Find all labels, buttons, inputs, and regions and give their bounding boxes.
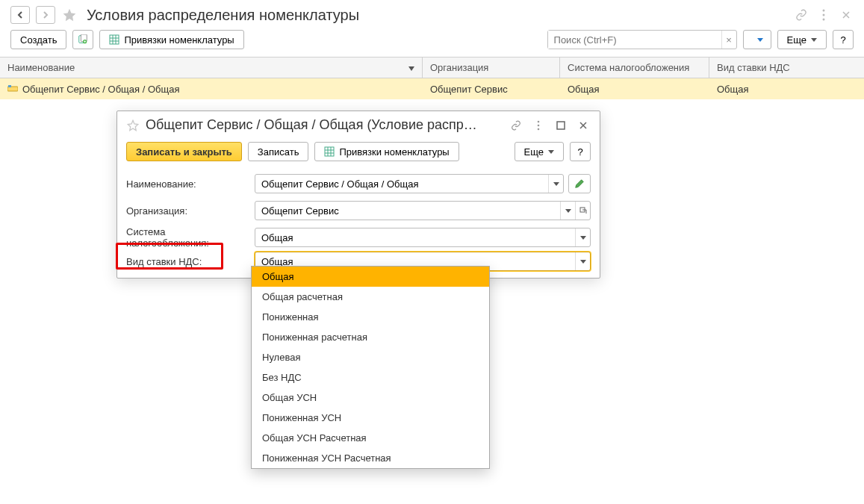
svg-point-15 xyxy=(538,120,540,122)
window-header: Условия распределения номенклатуры xyxy=(0,0,864,30)
chevron-down-icon xyxy=(811,38,817,42)
svg-rect-19 xyxy=(325,147,334,156)
main-toolbar: Создать Привязки номенклатуры × Еще ? xyxy=(0,30,864,57)
org-open-icon[interactable] xyxy=(575,202,590,220)
edit-dialog: Общепит Сервис / Общая / Общая (Условие … xyxy=(116,111,600,279)
dropdown-option[interactable]: Нулевая xyxy=(252,347,489,367)
dropdown-option[interactable]: Общая УСН xyxy=(252,388,489,408)
nav-back-button[interactable] xyxy=(10,6,30,24)
data-table: Наименование Организация Система налогоо… xyxy=(0,57,864,99)
name-edit-button[interactable] xyxy=(568,174,591,193)
create-button[interactable]: Создать xyxy=(10,30,66,49)
favorite-star-icon[interactable] xyxy=(61,7,78,23)
save-close-button[interactable]: Записать и закрыть xyxy=(126,142,242,161)
more-button-label: Еще xyxy=(787,34,806,46)
more-button[interactable]: Еще xyxy=(777,30,827,49)
vat-dropdown: Общая Общая расчетная Пониженная Понижен… xyxy=(251,266,490,469)
sort-down-icon xyxy=(408,62,414,73)
close-icon[interactable] xyxy=(839,7,854,22)
svg-rect-14 xyxy=(8,85,11,87)
tax-input[interactable] xyxy=(255,228,575,246)
dropdown-option[interactable]: Общая расчетная xyxy=(252,287,489,307)
dropdown-option[interactable]: Без НДС xyxy=(252,367,489,388)
search-input-wrap: × xyxy=(547,30,737,49)
dialog-title: Общепит Сервис / Общая / Общая (Условие … xyxy=(146,117,503,133)
dialog-help-button[interactable]: ? xyxy=(570,142,591,161)
table-icon xyxy=(109,34,119,45)
bindings-button[interactable]: Привязки номенклатуры xyxy=(99,30,243,49)
row-item-icon xyxy=(7,85,18,93)
col-name[interactable]: Наименование xyxy=(0,57,423,78)
col-org[interactable]: Организация xyxy=(423,57,560,78)
cell-org: Общепит Сервис xyxy=(423,78,560,99)
label-name: Наименование: xyxy=(126,178,249,190)
svg-rect-18 xyxy=(557,122,565,129)
bindings-button-label: Привязки номенклатуры xyxy=(124,34,234,46)
svg-point-17 xyxy=(538,128,540,130)
table-icon xyxy=(324,146,335,157)
dialog-star-icon[interactable] xyxy=(126,119,140,132)
dropdown-option[interactable]: Пониженная УСН Расчетная xyxy=(252,448,489,468)
dropdown-option[interactable]: Общая xyxy=(252,267,489,287)
chevron-down-icon xyxy=(548,150,554,154)
vat-dropdown-icon[interactable] xyxy=(575,252,590,270)
pencil-icon xyxy=(574,178,585,189)
dropdown-option[interactable]: Общая УСН Расчетная xyxy=(252,428,489,448)
save-button[interactable]: Записать xyxy=(248,142,309,161)
label-vat: Вид ставки НДС: xyxy=(126,256,249,267)
table-row[interactable]: Общепит Сервис / Общая / Общая Общепит С… xyxy=(0,78,864,99)
org-input[interactable] xyxy=(255,202,560,220)
svg-point-2 xyxy=(823,19,825,21)
kebab-menu-icon[interactable] xyxy=(816,7,831,22)
dialog-maximize-icon[interactable] xyxy=(553,118,568,133)
dialog-link-icon[interactable] xyxy=(509,118,523,133)
col-tax[interactable]: Система налогообложения xyxy=(560,57,709,78)
name-dropdown-icon[interactable] xyxy=(548,175,563,193)
copy-button[interactable] xyxy=(72,30,93,49)
table-header: Наименование Организация Система налогоо… xyxy=(0,57,864,78)
page-title: Условия распределения номенклатуры xyxy=(87,7,359,24)
label-tax: Система налогообложения: xyxy=(126,226,249,249)
dialog-close-icon[interactable] xyxy=(576,118,591,133)
nav-forward-button[interactable] xyxy=(36,6,55,24)
dialog-kebab-icon[interactable] xyxy=(531,118,546,133)
link-icon[interactable] xyxy=(794,7,809,22)
dropdown-option[interactable]: Пониженная расчетная xyxy=(252,327,489,347)
dialog-bindings-button[interactable]: Привязки номенклатуры xyxy=(314,142,459,161)
svg-point-1 xyxy=(823,14,825,16)
help-button[interactable]: ? xyxy=(833,30,854,49)
dropdown-option[interactable]: Пониженная УСН xyxy=(252,408,489,428)
cell-tax: Общая xyxy=(560,78,709,99)
name-input[interactable] xyxy=(255,175,548,193)
org-dropdown-icon[interactable] xyxy=(560,202,575,220)
search-button[interactable] xyxy=(743,30,771,49)
dialog-more-button[interactable]: Еще xyxy=(515,142,564,161)
col-vat[interactable]: Вид ставки НДС xyxy=(709,57,864,78)
search-clear-icon[interactable]: × xyxy=(721,31,736,49)
dropdown-option[interactable]: Пониженная xyxy=(252,307,489,327)
cell-vat: Общая xyxy=(709,78,864,99)
svg-point-16 xyxy=(538,124,540,126)
cell-name: Общепит Сервис / Общая / Общая xyxy=(22,84,179,95)
tax-dropdown-icon[interactable] xyxy=(575,228,590,246)
label-org: Организация: xyxy=(126,205,249,217)
svg-rect-6 xyxy=(110,35,119,44)
search-input[interactable] xyxy=(548,31,721,49)
svg-point-0 xyxy=(823,10,825,12)
